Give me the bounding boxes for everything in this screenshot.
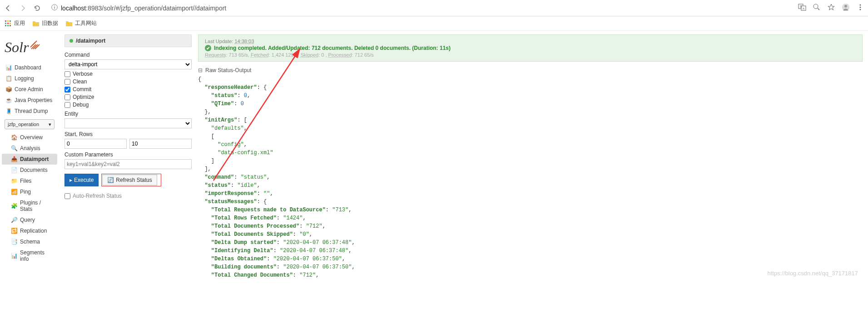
execute-button[interactable]: ▸ Execute [64, 174, 99, 186]
bookmark-1[interactable]: 旧数据 [32, 20, 58, 27]
svg-rect-20 [5, 25, 6, 26]
forward-button[interactable] [18, 4, 27, 13]
svg-point-11 [860, 5, 861, 6]
nav-plugins[interactable]: 🧩Plugins / Stats [2, 197, 57, 215]
svg-rect-16 [10, 20, 11, 22]
replication-icon: 🔁 [11, 228, 17, 234]
status-box: Last Update: 14:38:03 ✔ Indexing complet… [198, 34, 863, 62]
apps-button[interactable]: 应用 [5, 20, 25, 27]
auto-refresh-row: Auto-Refresh Status [64, 193, 192, 199]
browser-bar: localhost:8983/solr/#/jzfp_operation/dat… [0, 0, 868, 16]
commit-checkbox[interactable] [64, 87, 70, 93]
dashboard-icon: 📊 [5, 64, 12, 71]
zoom-icon[interactable] [813, 3, 821, 13]
svg-rect-17 [5, 23, 6, 24]
nav-javaprops[interactable]: ☕Java Properties [2, 95, 57, 106]
custom-input[interactable] [64, 159, 192, 169]
content: /dataimport Command delta-import Verbose… [59, 31, 868, 283]
svg-rect-14 [5, 20, 6, 22]
collapse-icon: ⊟ [198, 67, 203, 73]
nav-dataimport[interactable]: 📥Dataimport [2, 154, 57, 165]
nav-query[interactable]: 🔎Query [2, 215, 57, 225]
svg-text:A: A [803, 7, 804, 10]
reload-button[interactable] [33, 4, 42, 13]
nav-logging[interactable]: 📋Logging [2, 73, 57, 84]
bookmark-2[interactable]: 工具网站 [65, 20, 97, 27]
autorefresh-checkbox[interactable] [64, 193, 70, 199]
optimize-checkbox[interactable] [64, 94, 70, 100]
info-icon [51, 4, 58, 12]
nav-files[interactable]: 📁Files [2, 176, 57, 186]
refresh-button[interactable]: 🔄 Refresh Status [102, 175, 157, 185]
status-details: Requests: 713 65/s, Fetched: 1,424 129/s… [205, 52, 856, 58]
entity-select[interactable] [64, 118, 192, 128]
status-message: ✔ Indexing completed. Added/Updated: 712… [205, 45, 856, 51]
svg-line-8 [818, 8, 819, 10]
clean-checkbox[interactable] [64, 79, 70, 85]
svg-rect-1 [54, 7, 55, 9]
refresh-icon: 🔄 [107, 177, 114, 183]
analysis-icon: 🔍 [11, 145, 17, 151]
nav-analysis[interactable]: 🔍Analysis [2, 143, 57, 154]
menu-icon[interactable] [856, 3, 864, 13]
url-bar[interactable]: localhost:8983/solr/#/jzfp_operation/dat… [47, 4, 793, 12]
svg-rect-22 [10, 25, 11, 26]
nav-replication[interactable]: 🔁Replication [2, 225, 57, 236]
check-icon: ✔ [205, 45, 211, 51]
nav-schema[interactable]: 📑Schema [2, 236, 57, 247]
svg-point-12 [860, 7, 861, 8]
avatar-icon[interactable] [842, 3, 850, 13]
svg-rect-15 [7, 20, 9, 22]
overview-icon: 🏠 [11, 134, 17, 141]
svg-rect-21 [7, 25, 9, 26]
nav-coreadmin[interactable]: 📦Core Admin [2, 84, 57, 95]
query-icon: 🔎 [11, 217, 17, 223]
svg-rect-2 [54, 5, 55, 6]
documents-icon: 📄 [11, 167, 17, 173]
svg-text:文: 文 [799, 5, 803, 8]
files-icon: 📁 [11, 178, 17, 184]
svg-point-13 [860, 9, 861, 10]
nav-documents[interactable]: 📄Documents [2, 165, 57, 176]
plugins-icon: 🧩 [11, 203, 17, 209]
watermark: https://blog.csdn.net/qq_37171817 [768, 270, 858, 277]
back-button[interactable] [4, 4, 13, 13]
startrows-label: Start, Rows [64, 131, 192, 137]
sidebar: Solr 📊Dashboard 📋Logging 📦Core Admin ☕Ja… [0, 31, 59, 283]
chevron-down-icon: ▾ [49, 122, 51, 127]
folder-icon [32, 20, 40, 27]
output-panel: Last Update: 14:38:03 ✔ Indexing complet… [198, 34, 863, 279]
schema-icon: 📑 [11, 239, 17, 245]
command-label: Command [64, 52, 192, 58]
play-icon: ▸ [69, 177, 72, 183]
debug-checkbox[interactable] [64, 102, 70, 108]
rows-input[interactable] [129, 139, 192, 149]
start-input[interactable] [64, 139, 127, 149]
svg-point-7 [813, 4, 818, 9]
command-select[interactable]: delta-import [64, 59, 192, 69]
breadcrumb: /dataimport [64, 34, 192, 47]
form-panel: /dataimport Command delta-import Verbose… [64, 34, 192, 279]
segments-icon: 📊 [11, 253, 17, 259]
svg-rect-19 [10, 23, 11, 24]
dataimport-icon: 📥 [11, 156, 17, 162]
core-selector[interactable]: jzfp_operation ▾ [5, 119, 55, 129]
solr-logo[interactable]: Solr [2, 34, 57, 62]
browser-right: 文A [798, 3, 864, 13]
nav-segments[interactable]: 📊Segments info [2, 247, 57, 264]
verbose-checkbox[interactable] [64, 71, 70, 77]
apps-label: 应用 [14, 20, 25, 27]
star-icon[interactable] [827, 3, 835, 13]
java-icon: ☕ [5, 97, 12, 103]
nav-threaddump[interactable]: 🧵Thread Dump [2, 106, 57, 117]
raw-output-header[interactable]: ⊟ Raw Status-Output [198, 67, 863, 73]
folder-icon [65, 20, 73, 27]
nav-overview[interactable]: 🏠Overview [2, 132, 57, 143]
translate-icon[interactable]: 文A [798, 3, 806, 13]
svg-rect-18 [7, 23, 9, 24]
annotation-box: 🔄 Refresh Status [101, 174, 161, 186]
logging-icon: 📋 [5, 75, 12, 82]
nav-dashboard[interactable]: 📊Dashboard [2, 62, 57, 73]
url-text: localhost:8983/solr/#/jzfp_operation/dat… [61, 5, 226, 12]
nav-ping[interactable]: 📶Ping [2, 186, 57, 197]
